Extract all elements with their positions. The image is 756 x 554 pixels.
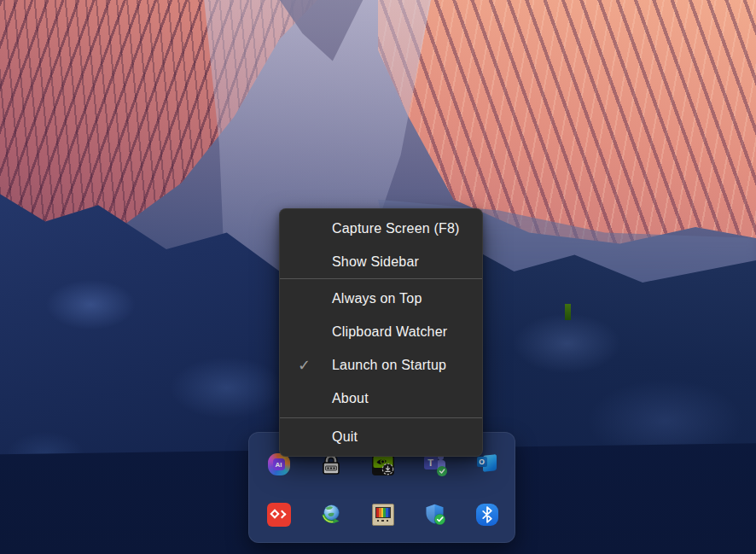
teams-status-badge [437, 466, 447, 476]
menu-item-label: About [332, 391, 369, 406]
menu-separator [280, 278, 482, 279]
menu-item-label: Always on Top [332, 291, 422, 306]
menu-item-launch-on-startup[interactable]: ✓ Launch on Startup [280, 348, 482, 382]
menu-item-label: Launch on Startup [332, 358, 446, 373]
chevron-shape [277, 510, 286, 519]
menu-item-show-sidebar[interactable]: Show Sidebar [280, 245, 482, 278]
tray-row-2 [253, 501, 513, 528]
menu-item-label: Clipboard Watcher [332, 324, 447, 340]
menu-item-clipboard-watcher[interactable]: Clipboard Watcher [280, 315, 482, 348]
tray-context-menu: Capture Screen (F8) Show Sidebar Always … [279, 208, 483, 457]
menu-item-label: Show Sidebar [332, 254, 419, 270]
menu-item-quit[interactable]: Quit [280, 420, 482, 453]
menu-item-capture-screen[interactable]: Capture Screen (F8) [280, 212, 482, 245]
red-diamond-chevron-icon [267, 503, 291, 527]
menu-item-always-on-top[interactable]: Always on Top [280, 282, 482, 315]
outlook-front-square: O [477, 457, 487, 467]
green-pixel-artifact [565, 304, 571, 320]
tray-icon-idm[interactable] [305, 501, 357, 528]
tray-icon-bluetooth[interactable] [461, 501, 513, 528]
teams-label: T [427, 458, 433, 468]
desktop-screen: AI [0, 0, 756, 554]
menu-item-label: Quit [332, 429, 358, 445]
windows-security-icon [423, 503, 447, 527]
teams-square: T [424, 456, 438, 469]
bluetooth-icon [476, 504, 498, 526]
outlook-label: O [479, 458, 485, 466]
idm-downloader-icon [319, 503, 343, 527]
faststone-dots [375, 518, 391, 523]
ai-label: AI [276, 461, 282, 469]
menu-separator [280, 417, 482, 418]
checkmark-icon: ✓ [298, 358, 332, 373]
faststone-rainbow-stripes [375, 507, 391, 518]
menu-item-label: Capture Screen (F8) [332, 221, 460, 236]
tray-icon-windows-security[interactable] [409, 501, 461, 528]
outlook-icon: O [476, 454, 498, 475]
menu-item-about[interactable]: About [280, 382, 482, 415]
tray-icon-faststone[interactable] [357, 501, 409, 528]
faststone-capture-icon [372, 504, 394, 526]
ai-core-square: AI [273, 458, 285, 470]
tray-icon-red-app[interactable] [253, 501, 305, 528]
